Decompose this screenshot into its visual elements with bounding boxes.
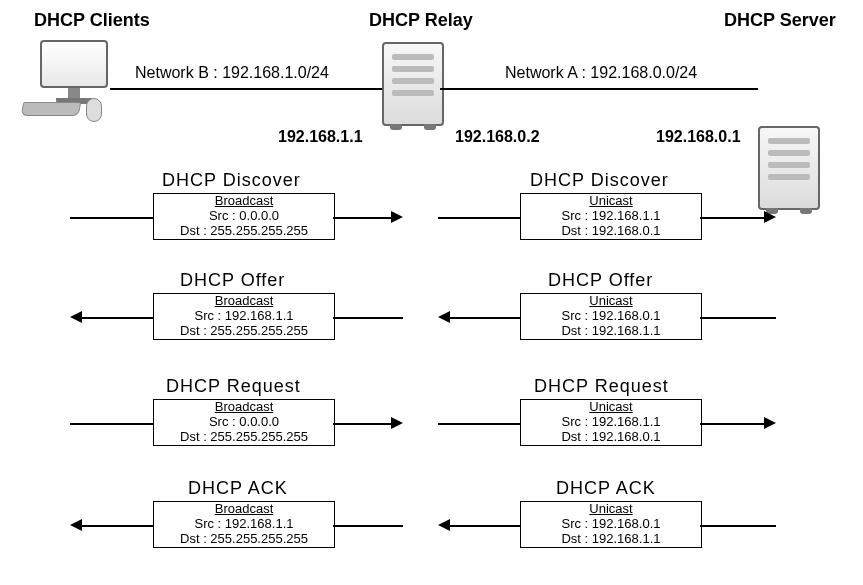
client-icon [40,40,108,104]
msg-left-0-title: DHCP Discover [162,170,301,191]
msg-right-3-arrow [438,519,450,531]
msg-left-2-line-r [333,423,391,425]
msg-left-3-line-r [333,525,403,527]
msg-right-3-box: Unicast Src : 192.168.0.1 Dst : 192.168.… [520,501,702,548]
msg-right-3-line-l [450,525,520,527]
msg-left-1-arrow [70,311,82,323]
msg-right-3-line-r [700,525,776,527]
network-a-link [440,88,758,90]
msg-left-0-line-r [333,217,391,219]
msg-left-2-box: Broadcast Src : 0.0.0.0 Dst : 255.255.25… [153,399,335,446]
msg-left-1-src: Src : 192.168.1.1 [154,309,334,324]
network-b-label: Network B : 192.168.1.0/24 [135,64,329,82]
msg-left-3-arrow [70,519,82,531]
msg-right-3-dst: Dst : 192.168.1.1 [521,532,701,547]
msg-left-3-title: DHCP ACK [188,478,288,499]
keyboard-icon [21,102,81,116]
msg-right-1-line-r [700,317,776,319]
msg-left-1-line-r [333,317,403,319]
msg-left-1-title: DHCP Offer [180,270,285,291]
msg-right-0-src: Src : 192.168.1.1 [521,209,701,224]
msg-left-0-dst: Dst : 255.255.255.255 [154,224,334,239]
msg-left-1-cast: Broadcast [154,294,334,309]
msg-left-1-line-l [82,317,153,319]
msg-left-2-arrow [391,417,403,429]
msg-right-1-cast: Unicast [521,294,701,309]
msg-right-0-box: Unicast Src : 192.168.1.1 Dst : 192.168.… [520,193,702,240]
msg-left-0-box: Broadcast Src : 0.0.0.0 Dst : 255.255.25… [153,193,335,240]
msg-left-2-cast: Broadcast [154,400,334,415]
server-icon [758,126,820,210]
msg-right-1-box: Unicast Src : 192.168.0.1 Dst : 192.168.… [520,293,702,340]
server-title: DHCP Server [724,10,836,31]
msg-left-2-title: DHCP Request [166,376,301,397]
msg-right-2-title: DHCP Request [534,376,669,397]
relay-ip-left: 192.168.1.1 [278,128,363,146]
client-title: DHCP Clients [34,10,150,31]
msg-left-3-src: Src : 192.168.1.1 [154,517,334,532]
msg-right-2-arrow [764,417,776,429]
server-ip: 192.168.0.1 [656,128,741,146]
msg-left-0-cast: Broadcast [154,194,334,209]
msg-right-2-cast: Unicast [521,400,701,415]
msg-left-3-line-l [82,525,153,527]
network-b-link [110,88,382,90]
msg-right-1-dst: Dst : 192.168.1.1 [521,324,701,339]
msg-left-0-src: Src : 0.0.0.0 [154,209,334,224]
msg-right-2-dst: Dst : 192.168.0.1 [521,430,701,445]
relay-title: DHCP Relay [369,10,473,31]
msg-right-0-cast: Unicast [521,194,701,209]
msg-right-1-arrow [438,311,450,323]
msg-right-1-src: Src : 192.168.0.1 [521,309,701,324]
msg-right-1-title: DHCP Offer [548,270,653,291]
msg-right-3-src: Src : 192.168.0.1 [521,517,701,532]
network-a-label: Network A : 192.168.0.0/24 [505,64,697,82]
msg-right-3-title: DHCP ACK [556,478,656,499]
relay-icon [382,42,444,126]
msg-right-0-line-r [700,217,764,219]
msg-left-1-box: Broadcast Src : 192.168.1.1 Dst : 255.25… [153,293,335,340]
msg-right-0-line-l [438,217,520,219]
msg-left-2-line-l [70,423,153,425]
mouse-icon [86,98,102,122]
dhcp-relay-diagram: DHCP Clients DHCP Relay DHCP Server Netw… [0,0,863,585]
msg-left-3-cast: Broadcast [154,502,334,517]
relay-ip-right: 192.168.0.2 [455,128,540,146]
msg-right-2-src: Src : 192.168.1.1 [521,415,701,430]
msg-right-0-dst: Dst : 192.168.0.1 [521,224,701,239]
msg-left-0-arrow [391,211,403,223]
msg-left-3-box: Broadcast Src : 192.168.1.1 Dst : 255.25… [153,501,335,548]
msg-right-2-line-r [700,423,764,425]
msg-right-2-box: Unicast Src : 192.168.1.1 Dst : 192.168.… [520,399,702,446]
msg-left-1-dst: Dst : 255.255.255.255 [154,324,334,339]
msg-right-1-line-l [450,317,520,319]
msg-left-2-src: Src : 0.0.0.0 [154,415,334,430]
msg-right-0-arrow [764,211,776,223]
msg-left-0-line-l [70,217,153,219]
msg-right-3-cast: Unicast [521,502,701,517]
msg-left-2-dst: Dst : 255.255.255.255 [154,430,334,445]
msg-right-2-line-l [438,423,520,425]
msg-right-0-title: DHCP Discover [530,170,669,191]
msg-left-3-dst: Dst : 255.255.255.255 [154,532,334,547]
